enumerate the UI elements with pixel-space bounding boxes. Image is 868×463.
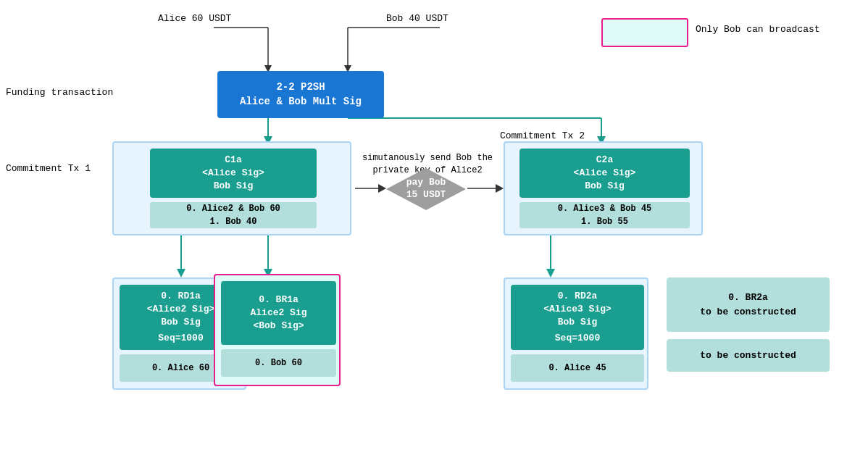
rd2a-wrapper: 0. RD2a <Alice3 Sig> Bob Sig Seq=1000 0.… [504,278,648,390]
funding-box: 2-2 P2SH Alice & Bob Mult Sig [217,71,384,118]
rd2a-output-box: 0. Alice 45 [511,354,644,382]
br2a-header-box: 0. BR2a to be constructed [667,278,830,332]
legend-label: Only Bob can broadcast [696,24,820,35]
rd2a-header-box: 0. RD2a <Alice3 Sig> Bob Sig Seq=1000 [511,285,644,350]
commitment-tx2-label: Commitment Tx 2 [500,130,585,141]
c2a-outputs-box: 0. Alice3 & Bob 45 1. Bob 55 [519,202,690,228]
svg-marker-18 [378,184,386,193]
commitment-tx1-label: Commitment Tx 1 [6,163,91,174]
bob-input-label: Bob 40 USDT [386,13,448,24]
alice-input-label: Alice 60 USDT [158,13,231,24]
svg-marker-12 [177,269,185,278]
commitment-tx2-wrapper: C2a <Alice Sig> Bob Sig 0. Alice3 & Bob … [504,141,703,235]
funding-tx-label: Funding transaction [6,87,113,98]
svg-marker-16 [546,269,555,278]
br1a-header-box: 0. BR1a Alice2 Sig <Bob Sig> [221,281,336,345]
c1a-outputs-box: 0. Alice2 & Bob 60 1. Bob 40 [150,202,317,228]
svg-marker-20 [496,184,504,193]
diagram: Only Bob can broadcast Alice 60 USDT Bob… [0,0,868,463]
br1a-output-box: 0. Bob 60 [221,349,336,377]
c1a-header-box: C1a <Alice Sig> Bob Sig [150,149,317,198]
c2a-header-box: C2a <Alice Sig> Bob Sig [519,149,690,198]
br2a-output-box: to be constructed [667,339,830,372]
br1a-wrapper: 0. BR1a Alice2 Sig <Bob Sig> 0. Bob 60 [214,274,341,386]
commitment-tx1-wrapper: C1a <Alice Sig> Bob Sig 0. Alice2 & Bob … [112,141,351,235]
legend-box [601,18,688,47]
